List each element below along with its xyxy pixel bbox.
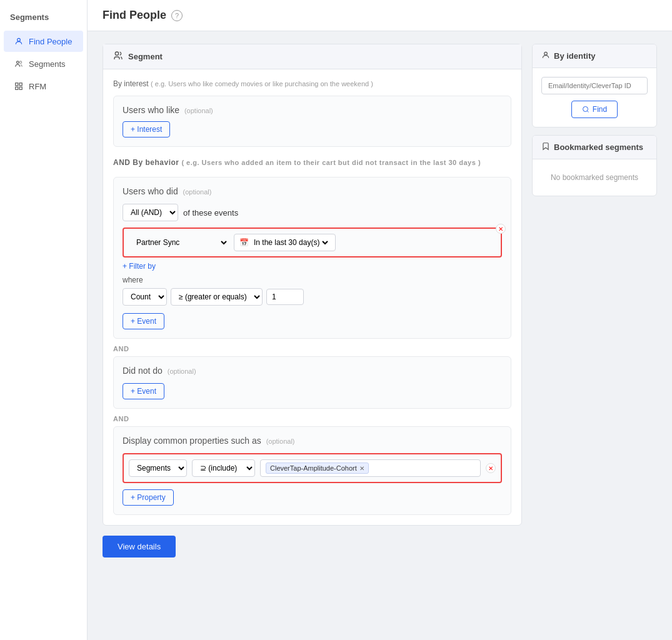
cohort-tag-input: CleverTap-Amplitude-Cohort ✕ (260, 459, 481, 477)
main-content: Find People ? Segment By interest ( e.g. (88, 0, 672, 640)
person-icon (14, 36, 24, 46)
users-who-like-title: Users who like (optional) (123, 105, 502, 115)
svg-rect-5 (16, 87, 18, 89)
operator-select[interactable]: ≥ (greater or equals) = (equals) ≤ (less… (171, 288, 263, 306)
date-filter-select[interactable]: In the last 30 day(s) In the last 7 day(… (251, 238, 330, 248)
person-identity-icon (541, 51, 550, 61)
remove-event-button[interactable]: ✕ (496, 224, 506, 234)
svg-point-7 (115, 52, 118, 55)
segment-header: Segment (103, 44, 521, 69)
property-filter-row: Segments Properties ⊇ (include) ⊅ (exclu… (123, 453, 502, 483)
display-common-box: Display common properties such as (optio… (113, 426, 511, 515)
cohort-tag: CleverTap-Amplitude-Cohort ✕ (266, 462, 369, 474)
svg-rect-6 (19, 87, 22, 89)
segment-card: Segment By interest ( e.g. Users who lik… (103, 44, 522, 526)
users-who-like-box: Users who like (optional) + Interest (113, 96, 511, 147)
by-identity-title: By identity (554, 51, 595, 61)
users-who-did-box: Users who did (optional) All (AND) Any (… (113, 177, 511, 339)
bookmarked-header: Bookmarked segments (533, 136, 656, 159)
segment-body: By interest ( e.g. Users who like comedy… (103, 69, 521, 525)
where-row: Count Sum ≥ (greater or equals) = (equal… (123, 288, 502, 306)
did-not-do-box: Did not do (optional) + Event (113, 356, 511, 409)
calendar-icon: 📅 (239, 238, 249, 247)
sidebar-item-find-people[interactable]: Find People (4, 31, 83, 52)
segments-filter-select[interactable]: Segments Properties (129, 459, 187, 477)
help-icon[interactable]: ? (171, 10, 183, 21)
svg-point-1 (17, 61, 19, 64)
count-value-input[interactable] (266, 289, 304, 305)
add-interest-button[interactable]: + Interest (123, 121, 170, 138)
bookmarked-title: Bookmarked segments (554, 142, 643, 152)
bookmarked-segments-card: Bookmarked segments No bookmarked segmen… (532, 135, 657, 196)
and-connector-1: AND (113, 339, 511, 356)
date-filter-wrap: 📅 In the last 30 day(s) In the last 7 da… (234, 234, 336, 251)
include-select[interactable]: ⊇ (include) ⊅ (exclude) (192, 459, 255, 477)
view-details-row: View details (103, 526, 522, 570)
sidebar-item-find-people-label: Find People (29, 37, 72, 46)
by-interest-label: By interest ( e.g. Users who like comedy… (113, 79, 511, 88)
add-event-button-2[interactable]: + Event (123, 383, 164, 399)
center-panel: Segment By interest ( e.g. Users who lik… (103, 44, 522, 628)
and-by-behavior-connector: AND By behavior ( e.g. Users who added a… (113, 147, 511, 177)
svg-point-0 (18, 38, 21, 41)
bookmarked-body: No bookmarked segments (533, 159, 656, 196)
sidebar-item-rfm[interactable]: RFM (4, 76, 83, 97)
by-identity-body: Find (533, 68, 656, 127)
and-connector-2: AND (113, 409, 511, 426)
segment-icon (113, 51, 123, 62)
add-event-row-1: + Event (123, 313, 502, 329)
sidebar-item-segments-label: Segments (29, 59, 66, 69)
sidebar-title: Segments (0, 6, 87, 31)
page-header: Find People ? (88, 0, 672, 31)
segment-header-title: Segment (128, 52, 163, 61)
svg-point-8 (544, 52, 548, 55)
bookmark-icon (541, 142, 550, 152)
all-and-select[interactable]: All (AND) Any (OR) (123, 204, 178, 221)
view-details-button[interactable]: View details (103, 536, 176, 558)
display-common-title: Display common properties such as (optio… (123, 436, 502, 446)
event-name-select[interactable]: Partner Sync (129, 234, 229, 251)
users-who-did-title: Users who did (optional) (123, 186, 502, 196)
of-these-events-label: of these events (183, 208, 238, 218)
sidebar-item-segments[interactable]: Segments (4, 53, 83, 74)
by-identity-header: By identity (533, 44, 656, 68)
sidebar-item-rfm-label: RFM (29, 82, 46, 91)
find-button[interactable]: Find (571, 101, 618, 118)
svg-point-9 (583, 107, 588, 112)
no-bookmarks-label: No bookmarked segments (541, 168, 648, 187)
event-filter-container: Partner Sync 📅 In the last 30 day(s) In … (123, 228, 502, 306)
add-event-button-1[interactable]: + Event (123, 313, 164, 329)
identity-input[interactable] (541, 77, 648, 94)
people-icon (14, 59, 24, 69)
filter-by-link[interactable]: + Filter by (123, 262, 156, 271)
grid-icon (14, 81, 24, 91)
where-label: where (123, 276, 502, 284)
content-area: Segment By interest ( e.g. Users who lik… (88, 31, 672, 640)
add-property-button[interactable]: + Property (123, 489, 174, 506)
right-panel: By identity Find Bookmarked segments (532, 44, 657, 628)
tag-close-button[interactable]: ✕ (359, 465, 364, 472)
by-identity-card: By identity Find (532, 44, 657, 128)
all-and-row: All (AND) Any (OR) of these events (123, 204, 502, 221)
add-property-row: + Property (123, 489, 502, 506)
svg-rect-3 (16, 83, 18, 86)
sidebar: Segments Find People Segments RFM (0, 0, 88, 640)
svg-rect-4 (19, 83, 22, 86)
svg-point-2 (19, 61, 22, 64)
event-filter-row: Partner Sync 📅 In the last 30 day(s) In … (123, 228, 502, 258)
count-select[interactable]: Count Sum (123, 288, 167, 306)
did-not-do-title: Did not do (optional) (123, 366, 502, 376)
remove-property-row-button[interactable]: ✕ (486, 463, 496, 473)
page-title: Find People (103, 9, 166, 22)
